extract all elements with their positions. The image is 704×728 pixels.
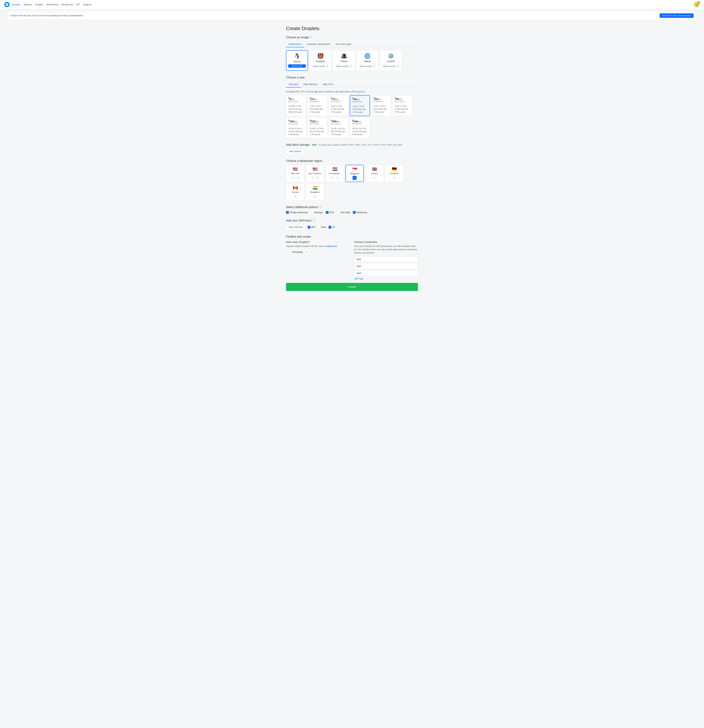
checkbox-sj[interactable] [328, 226, 331, 228]
dc-num-ams3[interactable]: 3 [335, 176, 339, 180]
size-section-title: Choose a size [286, 76, 418, 79]
ssh-keys-row: New SSH Key WPi Dave SJ [286, 224, 418, 230]
image-card-centos[interactable]: ⚙️ CentOS Select version▾ [380, 50, 402, 71]
add-volume-button[interactable]: Add Volume [286, 149, 304, 154]
nav-networking[interactable]: Networking [46, 3, 58, 6]
size-card-5[interactable]: $5/mo $0.007/hour 512 MB / 1 CPU20 GB SS… [286, 95, 306, 116]
dc-num-sgp1[interactable]: 1 [353, 176, 357, 180]
nav-support[interactable]: Support [83, 3, 91, 6]
dc-num-nyc3[interactable]: 3 [296, 176, 300, 180]
dc-num-nyc1[interactable]: 1 [291, 176, 295, 180]
tab-container-distributions[interactable]: Container distributions [304, 41, 333, 47]
checkbox-ipv6[interactable] [326, 211, 328, 214]
nav-monitoring[interactable]: Monitoring [61, 3, 72, 6]
image-card-fedora[interactable]: 🎩 Fedora Select version▾ [333, 50, 355, 71]
size-card-320[interactable]: $320/mo $0.476/hour 32 GB / 12 CPUs320 G… [307, 117, 327, 138]
option-monitoring[interactable]: Monitoring [353, 211, 367, 214]
option-private-networking[interactable]: Private networking [286, 211, 308, 214]
dc-num-fra1[interactable]: 1 [392, 176, 396, 180]
checkbox-user-data[interactable] [337, 211, 340, 214]
dc-name-blr: Bangalore [310, 191, 319, 193]
checkbox-backups[interactable] [311, 211, 314, 214]
dc-numbers-lon: 1 [372, 176, 376, 180]
size-card-160[interactable]: $160/mo $0.238/hour 16 GB / 8 CPUs160 GB… [286, 117, 306, 138]
dc-card-tor[interactable]: 🇨🇦 Toronto 1 [286, 183, 304, 200]
dc-card-lon[interactable]: 🇬🇧 London 1 [365, 165, 383, 182]
option-user-data[interactable]: User data [337, 211, 350, 214]
ssh-key-label-wpi: WPi [311, 226, 315, 228]
dc-card-blr[interactable]: 🇮🇳 Bangalore 1 [306, 183, 324, 200]
ssh-key-wpi[interactable]: WPi [308, 226, 315, 228]
image-section-title: Choose an image ? [286, 36, 418, 39]
create-button[interactable]: Create [286, 283, 418, 291]
add-tags-link[interactable]: Add Tags [354, 277, 363, 280]
image-help-icon[interactable]: ? [310, 36, 312, 39]
dc-card-ams[interactable]: 🇳🇱 Amsterdam 2 3 [325, 165, 344, 182]
dc-num-tor1[interactable]: 1 [293, 194, 297, 198]
new-ssh-key-button[interactable]: New SSH Key [286, 224, 305, 230]
dc-num-blr1[interactable]: 1 [313, 194, 317, 198]
checkbox-dave[interactable] [318, 226, 320, 228]
tab-one-click-apps[interactable]: One-click apps [333, 41, 354, 47]
fedora-version[interactable]: Select version▾ [335, 64, 353, 68]
quantity-increase-button[interactable]: + [304, 250, 309, 254]
ssh-keys-help-icon[interactable]: ? [312, 219, 315, 222]
dc-num-sfo2[interactable]: 2 [315, 176, 319, 180]
size-card-15[interactable]: $15/mo $0.022/hour 3 GB / 1 CPU20 GB SSD… [328, 95, 349, 116]
image-section: Choose an image ? Distributions Containe… [286, 36, 418, 71]
nav-droplets[interactable]: Droplets [12, 3, 20, 6]
block-storage-note: Currently only available in AMS3, BLR1, … [318, 144, 403, 146]
centos-version[interactable]: Select version▾ [382, 64, 400, 68]
dc-card-nyc[interactable]: 🇺🇸 New York 1 3 [286, 165, 304, 182]
dc-num-lon1[interactable]: 1 [372, 176, 376, 180]
size-hour-5: $0.007/hour [288, 100, 304, 103]
create-btn-wrap: Create [286, 283, 418, 291]
configuration-link[interactable]: configuration [325, 245, 337, 247]
size-card-40[interactable]: $40/mo $0.060/hour 4 GB / 2 CPUs60 GB SS… [371, 95, 391, 116]
size-cards-row2: $160/mo $0.238/hour 16 GB / 8 CPUs160 GB… [286, 117, 418, 138]
checkbox-private-networking[interactable] [286, 211, 289, 214]
size-card-80[interactable]: $80/mo $0.119/hour 8 GB / 4 CPUs80 GB SS… [392, 95, 412, 116]
hostname-input-3[interactable] [354, 270, 418, 276]
ubuntu-version[interactable]: 16.04.3 x64 [288, 64, 306, 68]
freebsd-icon: 👹 [317, 53, 324, 59]
tab-distributions[interactable]: Distributions [286, 41, 304, 47]
hostname-input-2[interactable] [354, 263, 418, 269]
checkbox-monitoring[interactable] [353, 211, 356, 214]
dc-numbers-sgp: 1 [353, 176, 357, 180]
finalize-left-desc: Deploy multiple Droplets with the same c… [286, 244, 350, 248]
ssh-key-sj[interactable]: SJ [328, 226, 335, 228]
nav-api[interactable]: API [76, 3, 80, 6]
option-ipv6[interactable]: IPv6 [326, 211, 334, 214]
dc-card-fra[interactable]: 🇩🇪 Frankfurt 1 [385, 165, 403, 182]
quantity-decrease-button[interactable]: − [286, 250, 291, 254]
nav-images[interactable]: Images [35, 3, 43, 6]
dc-num-sfo1[interactable]: 1 [310, 176, 314, 180]
option-backups[interactable]: Backups [311, 211, 323, 214]
size-price-640: $640/mo [352, 120, 367, 123]
dc-num-ams2[interactable]: 2 [330, 176, 334, 180]
size-card-10[interactable]: $10/mo $0.015/hour 1 GB / 1 CPU30 GB SSD… [307, 95, 327, 116]
alert-text: Enhance the security of your account by … [10, 14, 84, 17]
tab-high-memory[interactable]: High Memory [301, 81, 320, 87]
image-card-freebsd[interactable]: 👹 FreeBSD Select version▾ [309, 50, 331, 71]
image-card-debian[interactable]: 🌀 Debian Select version▾ [356, 50, 379, 71]
size-card-20[interactable]: $20/mo $0.030/hour 2 GB / 3 CPUs40 GB SS… [350, 95, 370, 116]
nav-spaces[interactable]: Spaces [24, 3, 32, 6]
dc-card-sgp[interactable]: 🇸🇬 Singapore 1 [345, 165, 364, 182]
hostname-input-1[interactable] [354, 256, 418, 262]
image-card-ubuntu[interactable]: 🐧 Ubuntu 16.04.3 x64 [286, 50, 308, 71]
size-card-640[interactable]: $640/mo $0.952/hour 64 GB / 20 CPUs640 G… [350, 117, 370, 138]
dc-card-sfo[interactable]: 🇺🇸 San Francisco 1 2 [306, 165, 324, 182]
ssh-key-dave[interactable]: Dave [318, 226, 326, 228]
tab-high-cpu[interactable]: High CPU [320, 81, 336, 87]
debian-version[interactable]: Select version▾ [359, 64, 376, 68]
additional-options-help-icon[interactable]: ? [319, 206, 321, 208]
tab-standard[interactable]: Standard [286, 81, 301, 87]
logo[interactable] [4, 2, 10, 7]
freebsd-version[interactable]: Select version▾ [311, 64, 330, 68]
enable-2fa-button[interactable]: Enable Two-factor Authentication [660, 13, 694, 18]
user-avatar[interactable]: 🐱 1 [694, 1, 700, 7]
checkbox-wpi[interactable] [308, 226, 310, 228]
size-card-480[interactable]: $480/mo $0.714/hour 48 GB / 16 CPUs480 G… [328, 117, 349, 138]
